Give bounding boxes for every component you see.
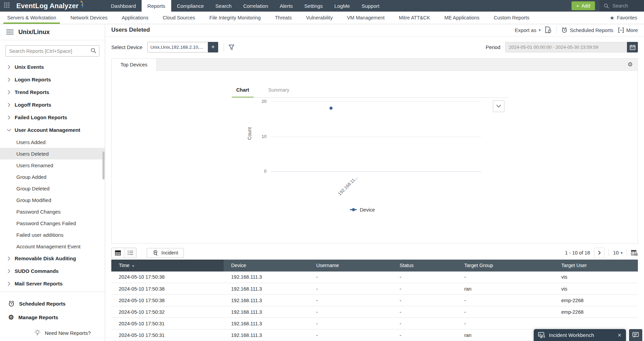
table-row[interactable]: 2024-05-10 17:50:32 192.168.111.3 - - - … [111,306,638,318]
app-grid-icon[interactable] [4,2,11,9]
report-tree-item[interactable]: Unix Events [0,61,105,73]
cell-username: - [309,272,392,283]
primary-nav-item[interactable]: Dashboard [105,0,142,12]
column-header-time[interactable]: Time▾ [111,260,224,272]
column-header-target-group[interactable]: Target Group [457,260,554,272]
favorites-button[interactable]: ★ Favorites [603,12,644,24]
add-button[interactable]: + Add [571,1,595,10]
tab-summary[interactable]: Summary [266,87,292,97]
add-column-icon[interactable] [631,250,638,256]
table-row[interactable]: 2024-05-10 17:50:38 192.168.111.3 - - ra… [111,283,638,295]
filter-row: Select Device + Period [105,36,644,58]
report-tree-item[interactable]: Group Modified [0,194,105,206]
report-category-item[interactable]: Applications [115,12,156,24]
report-category-item[interactable]: Servers & Workstation [0,12,63,24]
more-icon [618,27,624,33]
report-category-item[interactable]: ME Applications [437,12,486,24]
chart-options-dropdown[interactable] [493,100,504,112]
gear-icon: ⚙ [8,314,14,321]
report-tree-item[interactable]: Removable Disk Auditing [0,252,105,265]
report-tree-item[interactable]: Mail Server Reports [0,277,105,290]
primary-nav-item[interactable]: Alerts [274,0,299,12]
cell-device: 192.168.111.3 [224,306,309,318]
calendar-button[interactable] [627,42,638,52]
table-row[interactable]: 2024-05-10 17:50:38 192.168.111.3 - - - … [111,272,638,283]
report-category-item[interactable]: Cloud Sources [156,12,202,24]
report-tree-item[interactable]: Failed Logon Reports [0,111,105,124]
report-tree-item[interactable]: User Account Management [0,124,105,136]
primary-nav-item[interactable]: Reports [142,0,171,12]
report-category-item[interactable]: Mitre ATT&CK [392,12,437,24]
column-header-status[interactable]: Status [392,260,457,272]
report-tree-item[interactable]: Password Changes Failed [0,217,105,229]
fingerprint-search-icon [152,250,159,256]
report-tree-item[interactable]: SUDO Commands [0,265,105,277]
grid-view-button[interactable] [112,248,124,258]
lightbulb-icon [34,329,41,336]
app-logo[interactable]: EventLog Analyzer [14,0,87,12]
period-input[interactable] [505,42,627,52]
table-row[interactable]: 2024-05-10 17:50:38 192.168.111.3 - - - … [111,295,638,306]
report-category-item[interactable]: Threats [268,12,299,24]
panel-settings-gear-icon[interactable]: ⚙ [623,59,638,71]
column-header-username[interactable]: Username [309,260,392,272]
data-point-device[interactable] [329,107,333,110]
global-search[interactable]: Search [600,0,644,12]
need-new-reports[interactable]: Need New Reports? [20,329,105,336]
chart-legend[interactable]: Device [350,207,375,213]
scheduled-reports-button[interactable]: Scheduled Reports [561,27,613,33]
filter-icon[interactable] [229,45,234,50]
table-row[interactable]: 2024-05-10 17:50:31 192.168.111.3 - - - [111,318,638,329]
cell-device: 192.168.111.3 [224,295,309,306]
device-input[interactable] [147,42,208,52]
report-tree-item[interactable]: Users Renamed [0,159,105,171]
report-tree-item[interactable]: Group Added [0,171,105,183]
report-tree-item[interactable]: Logon Reports [0,73,105,86]
table-toolbar: Incident 1 - 10 of 18 10 ▾ [111,248,638,258]
pagination-range: 1 - 10 of 18 [565,250,590,255]
report-tree-item[interactable]: Failed user additions [0,229,105,241]
add-device-button[interactable]: + [208,42,218,52]
report-category-item[interactable]: Vulnerability [299,12,340,24]
sidebar-manage-reports[interactable]: ⚙ Manage Reports [0,310,105,324]
more-menu[interactable]: More [618,27,638,33]
next-page-button[interactable] [594,248,605,258]
sidebar-scheduled-reports[interactable]: Scheduled Reports [0,297,105,310]
report-category-item[interactable]: Network Devices [63,12,115,24]
report-tree-item[interactable]: Users Added [0,136,105,148]
cell-username: - [309,329,392,341]
report-category-item[interactable]: Custom Reports [487,12,537,24]
report-tree-item[interactable]: Password Changes [0,206,105,217]
report-category-item[interactable]: File Integrity Monitoring [202,12,268,24]
report-search-input[interactable] [5,45,99,57]
column-header-target-user[interactable]: Target User [554,260,638,272]
tab-chart[interactable]: Chart [232,87,254,97]
export-schedule-icon[interactable] [545,27,551,33]
topbar-right: + Add Search [571,0,644,12]
export-as-dropdown[interactable]: Export as ▾ [515,27,541,33]
report-tree-item[interactable]: Group Deleted [0,183,105,194]
y-tick-0: 0 [253,169,267,174]
primary-nav-item[interactable]: LogMe [328,0,356,12]
incident-button[interactable]: Incident [147,248,184,258]
plus-icon: + [576,3,579,9]
column-header-device[interactable]: Device [224,260,309,272]
primary-nav-item[interactable]: Settings [299,0,328,12]
sidebar-scrollbar[interactable] [102,152,104,180]
primary-nav-item[interactable]: Search [210,0,238,12]
page-size-dropdown[interactable]: 10 ▾ [613,250,623,255]
report-tree-item[interactable]: Logoff Reports [0,98,105,111]
primary-nav-item[interactable]: Support [356,0,385,12]
feedback-chat-button[interactable] [629,329,642,341]
close-icon[interactable]: ✕ [617,332,622,338]
primary-nav-item[interactable]: Correlation [237,0,274,12]
report-tree-item[interactable]: Trend Reports [0,86,105,98]
report-tree-item[interactable]: Account Management Event [0,241,105,252]
tab-top-devices[interactable]: Top Devices [112,59,157,71]
report-category-item[interactable]: VM Management [340,12,391,24]
report-tree-item[interactable]: Users Deleted [0,148,105,159]
primary-nav-item[interactable]: Compliance [171,0,210,12]
list-view-button[interactable] [124,248,136,258]
incident-workbench-popup[interactable]: Incident Workbench ✕ [534,329,626,341]
hamburger-menu-icon[interactable] [6,30,14,34]
